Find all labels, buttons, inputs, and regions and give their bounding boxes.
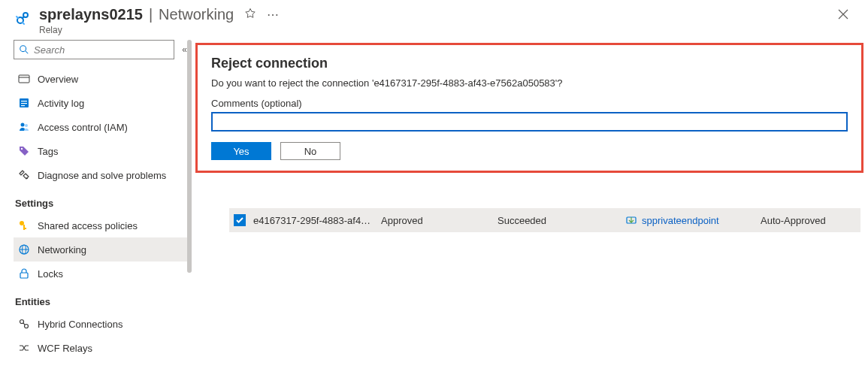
cell-connection-state: Approved bbox=[381, 215, 498, 226]
sidebar-item-wcf-relays[interactable]: WCF Relays bbox=[14, 336, 192, 360]
connection-table-row[interactable]: e4167317-295f-4883-af4… Approved Succeed… bbox=[229, 208, 860, 232]
sidebar-item-label: Diagnose and solve problems bbox=[38, 170, 166, 181]
svg-point-12 bbox=[21, 148, 23, 150]
sidebar-item-label: Shared access policies bbox=[38, 220, 138, 231]
relay-icon bbox=[14, 9, 32, 27]
sidebar-section-entities: Entities bbox=[15, 296, 192, 307]
sidebar-item-label: Access control (IAM) bbox=[38, 122, 128, 133]
diagnose-icon bbox=[18, 169, 30, 181]
dialog-title: Reject connection bbox=[211, 56, 848, 71]
row-checkbox[interactable] bbox=[234, 214, 253, 226]
lock-icon bbox=[18, 268, 30, 280]
access-control-icon bbox=[18, 121, 30, 133]
comments-label: Comments (optional) bbox=[211, 98, 848, 109]
yes-button[interactable]: Yes bbox=[211, 142, 271, 160]
search-input[interactable] bbox=[34, 44, 169, 56]
svg-point-13 bbox=[26, 177, 28, 179]
main-content: Reject connection Do you want to reject … bbox=[192, 40, 868, 378]
sidebar-item-shared-access[interactable]: Shared access policies bbox=[14, 213, 192, 237]
close-button[interactable] bbox=[832, 6, 854, 26]
cell-provisioning-state: Succeeded bbox=[498, 215, 625, 226]
blade-header: sprelayns0215 | Networking ⋯ Relay bbox=[0, 0, 868, 40]
cell-description: Auto-Approved bbox=[761, 215, 860, 226]
endpoint-link-text: spprivateendpoint bbox=[642, 215, 719, 226]
sidebar-search[interactable] bbox=[14, 40, 174, 59]
title-separator: | bbox=[149, 6, 153, 23]
sidebar-item-label: Overview bbox=[38, 74, 78, 85]
sidebar-item-label: Tags bbox=[38, 146, 58, 157]
svg-point-2 bbox=[20, 46, 26, 52]
svg-point-10 bbox=[21, 123, 25, 127]
activity-log-icon bbox=[18, 97, 30, 109]
private-endpoint-icon bbox=[625, 214, 637, 226]
more-actions-icon[interactable]: ⋯ bbox=[267, 8, 279, 22]
checkmark-icon bbox=[235, 216, 244, 225]
svg-rect-16 bbox=[23, 228, 26, 229]
cell-connection-name: e4167317-295f-4883-af4… bbox=[253, 215, 381, 226]
sidebar-item-activity-log[interactable]: Activity log bbox=[14, 91, 192, 115]
resource-type-label: Relay bbox=[39, 25, 832, 35]
comments-input[interactable] bbox=[211, 112, 848, 132]
svg-rect-4 bbox=[19, 75, 29, 83]
svg-point-11 bbox=[25, 124, 28, 127]
svg-rect-20 bbox=[20, 273, 28, 278]
networking-icon bbox=[18, 243, 30, 256]
svg-rect-8 bbox=[21, 103, 27, 104]
sidebar-section-settings: Settings bbox=[15, 198, 192, 209]
collapse-sidebar-icon[interactable]: « bbox=[182, 44, 187, 55]
no-button[interactable]: No bbox=[280, 142, 340, 160]
svg-line-23 bbox=[23, 323, 25, 325]
svg-line-3 bbox=[26, 51, 29, 54]
sidebar: « Overview Activity log Access control (… bbox=[0, 40, 192, 378]
sidebar-item-tags[interactable]: Tags bbox=[14, 139, 192, 163]
sidebar-item-label: Locks bbox=[38, 268, 63, 280]
sidebar-item-access-control[interactable]: Access control (IAM) bbox=[14, 115, 192, 139]
sidebar-item-diagnose[interactable]: Diagnose and solve problems bbox=[14, 163, 192, 187]
sidebar-item-overview[interactable]: Overview bbox=[14, 67, 192, 91]
overview-icon bbox=[18, 73, 30, 85]
svg-point-1 bbox=[23, 13, 28, 17]
svg-rect-7 bbox=[21, 101, 27, 101]
svg-point-22 bbox=[25, 325, 29, 328]
svg-point-21 bbox=[20, 320, 24, 324]
sidebar-item-label: Hybrid Connections bbox=[38, 319, 122, 330]
sidebar-item-label: Networking bbox=[38, 244, 86, 256]
key-icon bbox=[18, 219, 30, 231]
sidebar-item-hybrid-connections[interactable]: Hybrid Connections bbox=[14, 312, 192, 336]
search-icon bbox=[19, 44, 29, 55]
cell-private-endpoint[interactable]: spprivateendpoint bbox=[625, 214, 761, 226]
blade-title: Networking bbox=[159, 6, 234, 23]
dialog-message: Do you want to reject the connection 'e4… bbox=[211, 77, 848, 89]
resource-name: sprelayns0215 bbox=[39, 6, 143, 23]
sidebar-item-locks[interactable]: Locks bbox=[14, 262, 192, 286]
wcf-relays-icon bbox=[18, 342, 30, 354]
hybrid-connections-icon bbox=[18, 318, 30, 330]
sidebar-item-networking[interactable]: Networking bbox=[14, 237, 192, 262]
svg-rect-9 bbox=[21, 105, 25, 106]
reject-connection-dialog: Reject connection Do you want to reject … bbox=[195, 43, 863, 173]
sidebar-item-label: Activity log bbox=[38, 98, 84, 109]
sidebar-item-label: WCF Relays bbox=[38, 343, 92, 354]
tags-icon bbox=[18, 145, 30, 157]
favorite-star-icon[interactable] bbox=[244, 8, 256, 23]
